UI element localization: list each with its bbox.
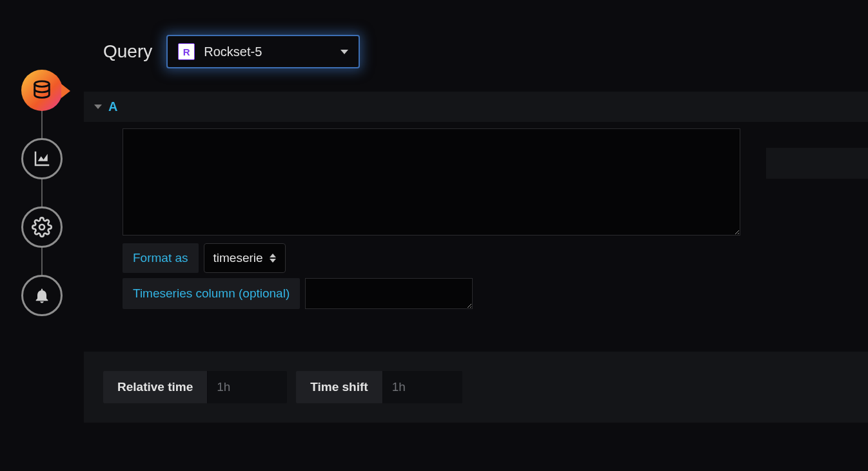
relative-time-input[interactable] — [207, 371, 287, 403]
tab-datasource[interactable] — [21, 70, 63, 111]
chevron-down-icon — [94, 105, 102, 109]
query-textarea[interactable] — [123, 128, 740, 235]
svg-point-1 — [39, 225, 44, 230]
query-row-panel: A — [84, 92, 868, 122]
database-icon — [31, 79, 53, 101]
format-as-label: Format as — [123, 243, 199, 273]
chart-icon — [32, 149, 52, 168]
format-as-value: timeserie — [213, 251, 263, 265]
time-shift-field: Time shift — [296, 371, 462, 403]
tab-alert[interactable] — [21, 275, 63, 316]
datasource-label: Rockset-5 — [204, 45, 331, 59]
relative-time-label: Relative time — [103, 371, 207, 403]
tab-rail — [0, 0, 84, 471]
datasource-icon: R — [178, 43, 195, 60]
datasource-select[interactable]: R Rockset-5 — [166, 35, 360, 68]
svg-point-0 — [35, 81, 50, 86]
timeseries-column-label: Timeseries column (optional) — [123, 278, 300, 309]
time-shift-input[interactable] — [382, 371, 462, 403]
relative-time-field: Relative time — [103, 371, 287, 403]
query-title: Query — [103, 41, 152, 62]
bell-icon — [33, 286, 51, 305]
timeseries-column-input[interactable] — [305, 278, 473, 309]
tab-visualization[interactable] — [21, 138, 63, 179]
side-block — [766, 148, 868, 179]
chevron-down-icon — [340, 50, 348, 54]
main-panel: Query R Rockset-5 A Format as timeserie — [84, 0, 868, 471]
format-as-select[interactable]: timeserie — [204, 243, 286, 273]
query-editor: Format as timeserie Timeseries column (o… — [84, 122, 868, 316]
select-arrows-icon — [270, 254, 276, 263]
query-row-id: A — [108, 99, 117, 114]
time-shift-label: Time shift — [296, 371, 382, 403]
query-header: Query R Rockset-5 — [84, 23, 868, 92]
tab-settings[interactable] — [21, 206, 63, 248]
gear-icon — [32, 217, 52, 237]
query-row-toggle[interactable]: A — [84, 92, 868, 122]
time-range-panel: Relative time Time shift — [84, 352, 868, 423]
